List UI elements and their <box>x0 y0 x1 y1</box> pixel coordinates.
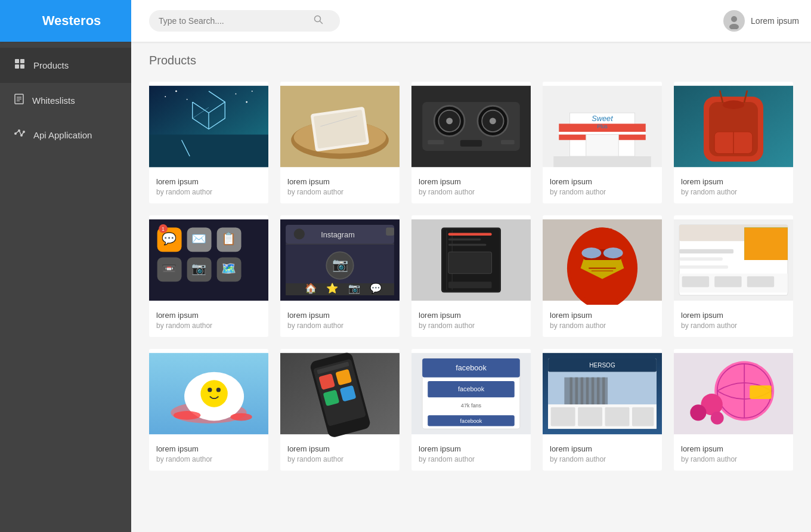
search-input[interactable] <box>159 16 314 26</box>
product-image <box>411 215 531 305</box>
header: Westeros Lorem ipsum <box>0 0 811 42</box>
product-info: lorem ipsum by random author <box>149 171 268 203</box>
product-card[interactable]: lorem ipsum by random author <box>280 82 400 203</box>
svg-point-129 <box>216 388 221 392</box>
svg-rect-156 <box>575 378 578 404</box>
svg-point-17 <box>18 129 20 132</box>
svg-rect-45 <box>428 140 444 144</box>
product-card[interactable]: SweetPlus lorem ipsum by random author <box>543 82 662 203</box>
svg-point-18 <box>20 134 23 137</box>
product-name: lorem ipsum <box>419 177 524 186</box>
svg-point-25 <box>187 99 188 100</box>
product-info: lorem ipsum by random author <box>674 171 793 203</box>
product-image <box>674 349 793 438</box>
svg-point-172 <box>690 404 706 420</box>
svg-rect-8 <box>20 64 24 69</box>
product-card[interactable]: lorem ipsum by random author <box>149 349 268 471</box>
svg-rect-157 <box>581 378 584 404</box>
product-image: HERSOG <box>543 349 662 438</box>
sidebar-item-api[interactable]: Api Application <box>0 118 131 152</box>
svg-point-128 <box>208 388 212 392</box>
svg-point-19 <box>23 131 25 133</box>
svg-point-28 <box>252 91 253 92</box>
product-info: lorem ipsum by random author <box>149 438 268 471</box>
svg-point-43 <box>490 117 496 124</box>
svg-rect-121 <box>682 276 709 287</box>
svg-rect-165 <box>605 407 630 426</box>
svg-rect-44 <box>460 140 482 147</box>
svg-text:HERSOG: HERSOG <box>589 362 615 369</box>
product-card[interactable]: lorem ipsum by random author <box>411 82 531 203</box>
product-image <box>543 215 662 305</box>
product-card[interactable]: lorem ipsum by random author <box>280 349 400 471</box>
svg-rect-101 <box>448 252 492 273</box>
product-author: by random author <box>550 455 655 463</box>
product-author: by random author <box>287 188 392 196</box>
svg-rect-161 <box>602 378 605 404</box>
user-menu[interactable]: Lorem ipsum <box>723 10 799 32</box>
svg-point-40 <box>446 117 453 124</box>
svg-rect-102 <box>448 282 492 288</box>
product-image <box>674 215 793 305</box>
product-name: lorem ipsum <box>550 177 655 186</box>
svg-text:📋: 📋 <box>221 231 236 246</box>
svg-text:💬: 💬 <box>162 231 177 246</box>
product-info: lorem ipsum by random author <box>543 438 662 471</box>
svg-rect-52 <box>586 135 619 156</box>
sidebar-item-products[interactable]: Products <box>0 48 131 83</box>
product-card[interactable]: HERSOG lorem ipsum by random author <box>543 349 662 471</box>
svg-text:📷: 📷 <box>332 256 349 273</box>
product-card[interactable]: lorem ipsum by random author <box>674 349 793 471</box>
svg-rect-119 <box>679 265 728 268</box>
svg-rect-46 <box>501 140 515 144</box>
svg-rect-166 <box>632 407 654 426</box>
svg-point-26 <box>236 94 237 95</box>
product-info: lorem ipsum by random author <box>674 305 793 337</box>
product-name: lorem ipsum <box>156 444 261 453</box>
svg-text:Sweet: Sweet <box>592 114 613 123</box>
svg-text:📼: 📼 <box>162 261 177 276</box>
search-button[interactable] <box>314 15 323 27</box>
logo-text: Westeros <box>42 13 101 29</box>
svg-point-173 <box>711 412 724 425</box>
svg-point-23 <box>165 96 166 97</box>
product-card[interactable]: Instagram📷🏠⭐📷💬 lorem ipsum by random aut… <box>280 215 400 337</box>
svg-text:✉️: ✉️ <box>191 231 206 246</box>
product-info: lorem ipsum by random author <box>411 171 531 203</box>
svg-rect-164 <box>578 407 602 426</box>
product-card[interactable]: lorem ipsum by random author <box>543 215 662 337</box>
svg-rect-99 <box>448 239 481 241</box>
svg-text:Instagram: Instagram <box>321 230 355 239</box>
product-card[interactable]: lorem ipsum by random author <box>674 82 793 203</box>
product-card[interactable]: 💬✉️📋📼📷🗺️1 lorem ipsum by random author <box>149 215 268 337</box>
svg-point-109 <box>603 248 623 258</box>
product-card[interactable]: lorem ipsum by random author <box>674 215 793 337</box>
svg-rect-118 <box>679 257 723 260</box>
product-card[interactable]: facebookfacebook47k fansfacebook lorem i… <box>411 349 531 471</box>
svg-rect-123 <box>747 276 774 287</box>
product-author: by random author <box>681 188 786 196</box>
svg-point-130 <box>174 411 200 420</box>
product-author: by random author <box>156 188 261 196</box>
product-info: lorem ipsum by random author <box>280 305 400 337</box>
svg-rect-7 <box>15 64 19 69</box>
product-author: by random author <box>550 321 655 330</box>
product-image: 💬✉️📋📼📷🗺️1 <box>149 215 268 305</box>
chart-icon <box>14 129 25 141</box>
sidebar-item-whitelists[interactable]: Whiteslists <box>0 83 131 118</box>
product-card[interactable]: lorem ipsum by random author <box>149 82 268 203</box>
product-info: lorem ipsum by random author <box>411 438 531 471</box>
product-image <box>149 82 268 171</box>
svg-text:facebook: facebook <box>458 385 485 392</box>
svg-rect-160 <box>597 378 600 404</box>
svg-point-24 <box>175 91 177 92</box>
product-name: lorem ipsum <box>681 311 786 320</box>
product-card[interactable]: lorem ipsum by random author <box>411 215 531 337</box>
product-info: lorem ipsum by random author <box>543 171 662 203</box>
avatar-icon <box>726 13 742 29</box>
svg-text:📷: 📷 <box>348 282 361 295</box>
svg-rect-163 <box>551 407 575 426</box>
product-info: lorem ipsum by random author <box>149 305 268 337</box>
product-author: by random author <box>419 455 524 463</box>
products-grid: lorem ipsum by random author lorem ipsum… <box>149 82 793 471</box>
